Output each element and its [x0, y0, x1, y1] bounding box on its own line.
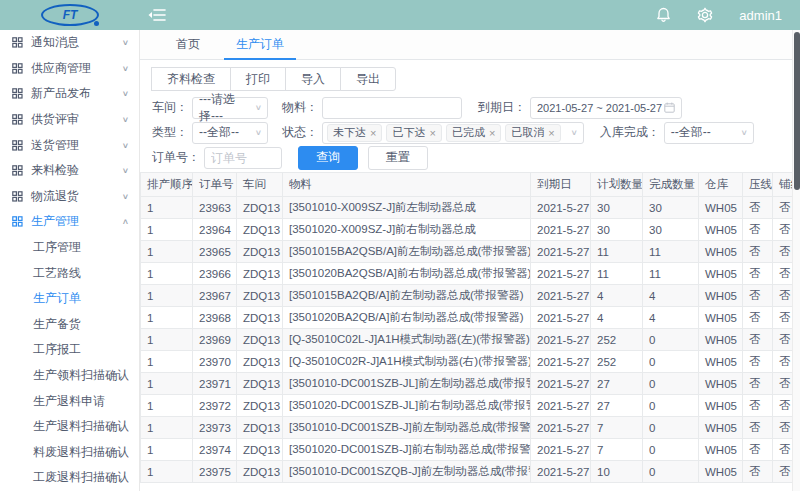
table-header-row: 排产顺序 订单号 车间 物料 到期日 计划数量 完成数量	[141, 173, 800, 197]
notification-bell-icon[interactable]	[656, 7, 671, 23]
chevron-down-icon	[255, 128, 262, 137]
workshop-select[interactable]: ---请选择---	[192, 97, 268, 119]
tab-label: 生产订单	[236, 36, 284, 53]
sidebar-subitem[interactable]: 生产订单	[0, 286, 139, 312]
table-row[interactable]: 1 23968 ZDQ13 [3501020BA2QB/A]前右制动器总成(带报…	[141, 307, 800, 329]
reset-button[interactable]: 重置	[368, 146, 428, 170]
sidebar-collapse-icon[interactable]	[148, 8, 166, 22]
grid-menu-icon	[12, 216, 23, 227]
sidebar-subitem-label: 生产订单	[33, 290, 81, 307]
cell-workshop: ZDQ13	[237, 417, 283, 439]
cell-plan-qty: 11	[591, 263, 643, 285]
tab[interactable]: 生产订单	[218, 30, 302, 59]
chevron-icon	[122, 115, 129, 124]
cell-material: [3501010-DC001SZB-JL]前左制动器总成(带报警器)(老气室)	[283, 373, 531, 395]
order-no-input[interactable]	[204, 147, 282, 169]
table-row[interactable]: 1 23974 ZDQ13 [3501020-DC001SZB-J]前右制动器总…	[141, 439, 800, 461]
cell-workshop: ZDQ13	[237, 263, 283, 285]
cell-workshop: ZDQ13	[237, 373, 283, 395]
sidebar-item[interactable]: 供货评审	[0, 107, 139, 133]
cell-order-no: 23968	[193, 307, 237, 329]
storage-done-select[interactable]: --全部--	[664, 122, 754, 144]
table-row[interactable]: 1 23971 ZDQ13 [3501010-DC001SZB-JL]前左制动器…	[141, 373, 800, 395]
cell-plan-qty: 7	[591, 417, 643, 439]
table-row[interactable]: 1 23969 ZDQ13 [Q-35010C02L-J]A1H模式制动器(左)…	[141, 329, 800, 351]
cell-order-no: 23965	[193, 241, 237, 263]
tab-bar: 首页 生产订单	[140, 30, 800, 60]
table-row[interactable]: 1 23966 ZDQ13 [3501020BA2QSB/A]前右制动器总成(带…	[141, 263, 800, 285]
cell-seq: 1	[141, 373, 193, 395]
company-logo: FT	[41, 4, 99, 26]
tag-close-icon[interactable]: ×	[429, 127, 435, 139]
sidebar-item[interactable]: 通知消息	[0, 30, 139, 56]
search-button[interactable]: 查询	[298, 146, 358, 170]
grid-menu-icon	[12, 191, 23, 202]
sidebar-subitem[interactable]: 生产备货	[0, 312, 139, 338]
sidebar-subitem[interactable]: 料废退料扫描确认	[0, 440, 139, 466]
cell-due-date: 2021-5-27	[531, 263, 591, 285]
sidebar-item[interactable]: 来料检验	[0, 158, 139, 184]
cell-warehouse: WH05	[699, 351, 743, 373]
chevron-icon	[122, 218, 129, 227]
sidebar-subitem[interactable]: 工序管理	[0, 235, 139, 261]
sidebar-item[interactable]: 物流退货	[0, 184, 139, 210]
scrollbar-thumb[interactable]	[794, 32, 800, 190]
cell-plan-qty: 252	[591, 351, 643, 373]
table-row[interactable]: 1 23973 ZDQ13 [3501010-DC001SZB-J]前左制动器总…	[141, 417, 800, 439]
sidebar-subitem[interactable]: 生产退料申请	[0, 388, 139, 414]
cell-order-no: 23964	[193, 219, 237, 241]
type-select[interactable]: --全部--	[192, 122, 268, 144]
table-row[interactable]: 1 23970 ZDQ13 [Q-35010C02R-J]A1H模式制动器(右)…	[141, 351, 800, 373]
due-date-label: 到期日：	[478, 99, 526, 116]
material-input[interactable]	[322, 97, 462, 119]
table-row[interactable]: 1 23963 ZDQ13 [3501010-X009SZ-J]前左制动器总成 …	[141, 197, 800, 219]
cell-warehouse: WH05	[699, 329, 743, 351]
sidebar-subitem[interactable]: 工艺路线	[0, 260, 139, 286]
table-row[interactable]: 1 23975 ZDQ13 [3501010-DC001SZQB-J]前左制动器…	[141, 461, 800, 483]
sidebar-item[interactable]: 送货管理	[0, 132, 139, 158]
toolbar-button[interactable]: 导出	[340, 67, 396, 91]
cell-material: [Q-35010C02R-J]A1H模式制动器(右)(带报警器)	[283, 351, 531, 373]
toolbar-button[interactable]: 打印	[230, 67, 286, 91]
table-row[interactable]: 1 23967 ZDQ13 [3501015BA2QB/A]前左制动器总成(带报…	[141, 285, 800, 307]
sidebar-subitem[interactable]: 生产领料扫描确认	[0, 363, 139, 389]
settings-gear-icon[interactable]	[697, 7, 713, 23]
table-row[interactable]: 1 23972 ZDQ13 [3501020-DC001SZB-JL]前右制动器…	[141, 395, 800, 417]
sidebar-nav: 通知消息 供应商管理	[0, 30, 140, 491]
chevron-icon	[122, 141, 129, 150]
cell-workshop: ZDQ13	[237, 197, 283, 219]
current-user[interactable]: admin1	[739, 8, 782, 23]
sidebar-item[interactable]: 供应商管理	[0, 56, 139, 82]
sidebar-subitem[interactable]: 工序报工	[0, 337, 139, 363]
workshop-label: 车间：	[152, 99, 188, 116]
table-row[interactable]: 1 23964 ZDQ13 [3501020-X009SZ-J]前右制动器总成 …	[141, 219, 800, 241]
due-date-range-input[interactable]: 2021-05-27 ~ 2021-05-27	[530, 97, 682, 119]
cell-press-line: 否	[743, 241, 773, 263]
tab-label: 首页	[176, 36, 200, 53]
status-tag: 已完成 ×	[446, 124, 501, 142]
sidebar-item[interactable]: 生产管理	[0, 209, 139, 235]
tag-close-icon[interactable]: ×	[548, 127, 554, 139]
status-multiselect[interactable]: 未下达 × 已下达 × 已完成 ×	[322, 122, 584, 144]
toolbar-button[interactable]: 导入	[285, 67, 341, 91]
cell-seq: 1	[141, 219, 193, 241]
vertical-scrollbar[interactable]	[792, 30, 800, 491]
sidebar-item-label: 新产品发布	[31, 85, 122, 102]
cell-press-line: 否	[743, 461, 773, 483]
sidebar-subitem[interactable]: 工废退料扫描确认	[0, 465, 139, 491]
chevron-down-icon	[570, 128, 577, 137]
status-tag-label: 未下达	[333, 125, 366, 140]
toolbar-button[interactable]: 齐料检查	[151, 67, 231, 91]
table-row[interactable]: 1 23965 ZDQ13 [3501015BA2QSB/A]前左制动器总成(带…	[141, 241, 800, 263]
tag-close-icon[interactable]: ×	[489, 127, 495, 139]
cell-press-line: 否	[743, 351, 773, 373]
cell-material: [3501020BA2QSB/A]前右制动器总成(带报警器)	[283, 263, 531, 285]
sidebar-subitem[interactable]: 生产退料扫描确认	[0, 414, 139, 440]
tab[interactable]: 首页	[158, 30, 218, 59]
sidebar-subitem-label: 生产备货	[33, 316, 81, 333]
sidebar-item[interactable]: 新产品发布	[0, 81, 139, 107]
cell-seq: 1	[141, 285, 193, 307]
cell-seq: 1	[141, 329, 193, 351]
tag-close-icon[interactable]: ×	[370, 127, 376, 139]
cell-workshop: ZDQ13	[237, 439, 283, 461]
